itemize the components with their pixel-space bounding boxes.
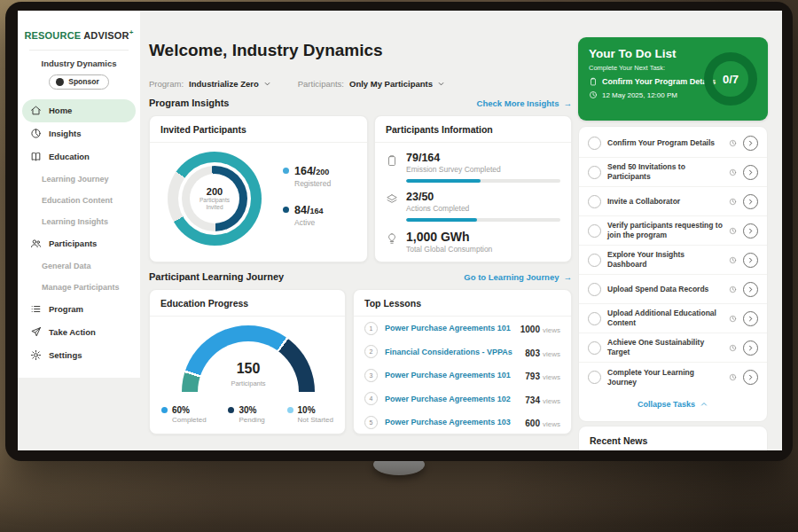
legend-label: Registered (294, 179, 331, 188)
sidebar-nav: Home Insights Education Learning Journey… (18, 99, 140, 367)
todo-item[interactable]: Achieve One Sustainability Target (579, 333, 767, 363)
todo-open-button[interactable] (743, 165, 758, 180)
sidebar-item-learning-insights[interactable]: Learning Insights (18, 211, 140, 232)
send-icon (30, 326, 42, 338)
views-suffix: views (543, 397, 560, 405)
legend-completed: 60% Completed (161, 405, 207, 424)
nav-label: General Data (42, 262, 91, 270)
todo-item[interactable]: Explore Your Insights Dashboard (579, 246, 767, 275)
chevron-right-icon (747, 168, 755, 176)
todo-item[interactable]: Verify participants requesting to join t… (579, 216, 767, 246)
program-filter[interactable]: Program:Industrialize Zero (149, 74, 271, 90)
todo-open-button[interactable] (743, 194, 758, 209)
legend-value: 30% (239, 405, 256, 415)
lesson-title-link[interactable]: Power Purchase Agreements 103 (385, 418, 518, 426)
todo-item[interactable]: Confirm Your Program Details (579, 129, 767, 158)
learning-journey-header: Participant Learning Journey Go to Learn… (149, 271, 572, 282)
participants-filter[interactable]: Participants:Only My Participants (298, 74, 445, 90)
sidebar-item-take-action[interactable]: Take Action (18, 321, 140, 344)
todo-item[interactable]: Send 50 Invitations to Participants (579, 158, 767, 187)
todo-item[interactable]: Invite a Collaborator (579, 187, 767, 216)
todo-open-button[interactable] (743, 136, 758, 151)
clock-icon (729, 139, 737, 147)
todo-open-button[interactable] (743, 311, 758, 326)
arrow-right-icon: → (564, 272, 573, 282)
todo-open-button[interactable] (743, 282, 758, 297)
chevron-right-icon (747, 256, 755, 264)
sidebar-item-settings[interactable]: Settings (18, 344, 140, 367)
collapse-tasks-link[interactable]: Collapse Tasks (579, 392, 767, 417)
nav-label: Education Content (42, 196, 113, 205)
nav-label: Education (49, 152, 90, 161)
legend-label: Pending (239, 416, 264, 424)
todo-open-button[interactable] (743, 370, 758, 385)
nav-label: Insights (49, 129, 81, 138)
lesson-title-link[interactable]: Power Purchase Agreements 101 (385, 324, 513, 332)
clock-icon (729, 286, 737, 293)
sidebar-item-home[interactable]: Home (22, 99, 136, 122)
legend-dot (228, 407, 234, 413)
card-title: Participants Information (375, 116, 571, 143)
lesson-row: 4 Power Purchase Agreements 102 734views (354, 387, 571, 411)
sidebar-item-participants[interactable]: Participants (18, 232, 140, 255)
todo-checkbox[interactable] (588, 371, 601, 384)
chevron-right-icon (747, 139, 755, 147)
donut-center: 200 Participants Invited (190, 174, 239, 223)
next-task-label: Confirm Your Program Details (602, 77, 716, 86)
lesson-rank: 1 (364, 322, 378, 335)
filter-bar: Program:Industrialize Zero Participants:… (149, 74, 445, 90)
check-more-insights-link[interactable]: Check More Insights → (477, 98, 572, 108)
todo-open-button[interactable] (743, 223, 758, 239)
todo-checkbox[interactable] (588, 283, 601, 296)
clipboard-icon (589, 77, 598, 86)
lesson-views: 600 (525, 419, 540, 428)
todo-checkbox[interactable] (588, 341, 601, 355)
lesson-title-link[interactable]: Financial Considerations - VPPAs (385, 348, 518, 356)
legend-value: 10% (298, 405, 316, 415)
todo-item-label: Upload Spend Data Records (607, 285, 723, 294)
nav-label: Program (49, 304, 83, 314)
go-to-learning-journey-link[interactable]: Go to Learning Journey → (464, 272, 572, 282)
sponsor-badge: Sponsor (49, 74, 108, 90)
lesson-title-link[interactable]: Power Purchase Agreements 102 (385, 395, 518, 403)
sidebar-item-general-data[interactable]: General Data (18, 255, 140, 277)
collapse-label: Collapse Tasks (638, 400, 695, 409)
sidebar-item-education[interactable]: Education (18, 145, 140, 168)
todo-item-label: Complete Your Learning Journey (607, 368, 723, 387)
row-label: Total Global Consumption (406, 245, 560, 254)
row-value: 23/50 (406, 191, 560, 203)
todo-checkbox[interactable] (588, 312, 601, 325)
lesson-rank: 3 (364, 369, 378, 382)
lesson-title-link[interactable]: Power Purchase Agreements 101 (385, 371, 518, 379)
nav-label: Settings (49, 350, 82, 360)
actions-completed-row: 23/50 Actions Completed (386, 191, 560, 222)
sidebar-item-education-content[interactable]: Education Content (18, 190, 140, 211)
todo-checkbox[interactable] (588, 137, 601, 150)
todo-checkbox[interactable] (588, 224, 601, 238)
pie-chart-icon (30, 128, 42, 139)
legend-label: Completed (172, 416, 207, 424)
todo-item[interactable]: Upload Additional Educational Content (579, 304, 767, 333)
book-icon (30, 151, 42, 162)
sidebar-item-program[interactable]: Program (18, 298, 140, 321)
todo-checkbox[interactable] (588, 166, 601, 179)
lesson-row: 2 Financial Considerations - VPPAs 803vi… (354, 340, 571, 364)
todo-open-button[interactable] (743, 253, 758, 268)
chevron-right-icon (747, 344, 755, 352)
sidebar-item-manage-participants[interactable]: Manage Participants (18, 277, 140, 298)
todo-item-label: Achieve One Sustainability Target (607, 338, 723, 356)
row-label: Emission Survey Completed (406, 165, 560, 174)
todo-checkbox[interactable] (588, 254, 601, 267)
lesson-row: 1 Power Purchase Agreements 101 1000view… (354, 317, 571, 340)
sidebar-item-insights[interactable]: Insights (18, 122, 140, 145)
program-filter-label: Program: (149, 79, 184, 89)
todo-open-button[interactable] (743, 340, 758, 356)
clock-icon (729, 315, 737, 323)
todo-checkbox[interactable] (588, 195, 601, 208)
page-title: Welcome, Industry Dynamics (149, 41, 383, 60)
sidebar-item-learning-journey[interactable]: Learning Journey (18, 168, 140, 190)
todo-item[interactable]: Complete Your Learning Journey (579, 363, 767, 392)
invited-donut-chart: 200 Participants Invited (168, 152, 262, 246)
todo-item[interactable]: Upload Spend Data Records (579, 275, 767, 304)
recent-news-card: Recent News (578, 426, 768, 450)
